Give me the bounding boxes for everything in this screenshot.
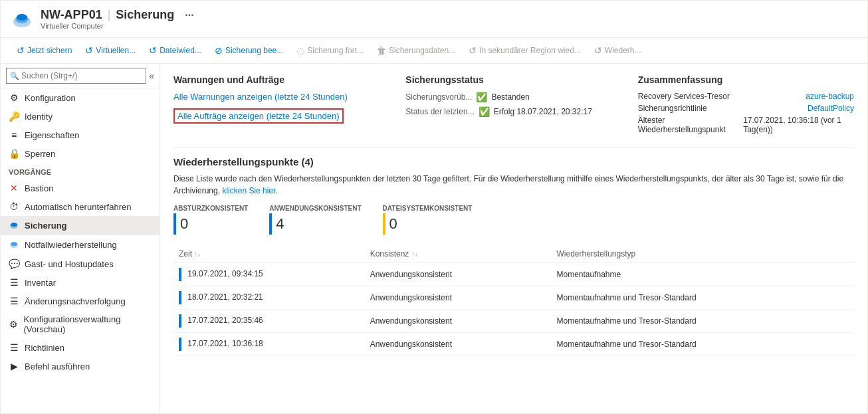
- sort-icon-zeit[interactable]: ↑↓: [194, 251, 201, 258]
- inventory-icon: ☰: [9, 277, 19, 288]
- cloud-recovery-icon: [9, 239, 19, 251]
- sidebar: 🔍 « ⚙ Konfiguration 🔑 Identity ≡ Eigensc…: [1, 64, 160, 413]
- config-mgmt-icon: ⚙: [9, 319, 19, 330]
- counter-label-1: ANWENDUNGSKONSISTENT: [269, 205, 361, 212]
- sidebar-item-label: Sperren: [25, 149, 55, 159]
- sidebar-item-identity[interactable]: 🔑 Identity: [1, 107, 160, 126]
- status-label-1: Sicherungsvorüb...: [405, 92, 472, 102]
- rp-description: Diese Liste wurde nach den Wiederherstel…: [173, 173, 854, 197]
- gear-icon: ⚙: [9, 92, 19, 103]
- sekundaer-region-button[interactable]: ↺ In sekundärer Region wied...: [463, 42, 586, 59]
- status-value-2: Erfolg 18.07.2021, 20:32:17: [494, 107, 592, 116]
- sicherung-fort-label: Sicherung fort...: [307, 46, 364, 55]
- virtuellen-label: Virtuellen...: [96, 46, 136, 55]
- table-row[interactable]: 19.07.2021, 09:34:15 Anwendungskonsisten…: [173, 263, 854, 286]
- sidebar-item-auto-herunterfahren[interactable]: ⏱ Automatisch herunterfahren: [1, 197, 160, 216]
- summary-row-1: Recovery Services-Tresor azure-backup: [638, 92, 854, 101]
- sicherungsdaten-label: Sicherungsdaten...: [389, 46, 455, 55]
- timer-icon: ⏱: [9, 201, 19, 212]
- sidebar-item-label: Konfiguration: [25, 93, 76, 103]
- row-zeit-2: 17.07.2021, 20:35:46: [187, 316, 263, 325]
- counter-val-2: 0: [389, 215, 397, 233]
- wiederh-icon: ↺: [594, 45, 602, 56]
- jetzt-sichern-button[interactable]: ↺ Jetzt sichern: [11, 42, 77, 59]
- backup-status-section: Sicherungsstatus Sicherungsvorüb... ✅ Be…: [405, 74, 621, 134]
- policy-icon: ☰: [9, 342, 19, 353]
- rp-table-body: 19.07.2021, 09:34:15 Anwendungskonsisten…: [173, 263, 854, 356]
- status-row-1: Sicherungsvorüb... ✅ Bestanden: [405, 92, 621, 102]
- sidebar-item-befehl-ausfuehren[interactable]: ▶ Befehl ausführen: [1, 357, 160, 375]
- summary-section: Zusammenfassung Recovery Services-Tresor…: [638, 74, 854, 134]
- wiederh-button[interactable]: ↺ Wiederh...: [589, 42, 647, 59]
- header-title-group: NW-APP01 | Sicherung ··· Virtueller Comp…: [41, 8, 194, 30]
- header-more-btn[interactable]: ···: [185, 9, 193, 21]
- table-row[interactable]: 17.07.2021, 10:36:18 Anwendungskonsisten…: [173, 333, 854, 356]
- sicherung-bee-label: Sicherung bee...: [225, 46, 283, 55]
- header-title: NW-APP01 | Sicherung ···: [41, 8, 194, 22]
- status-row-2: Status der letzten... ✅ Erfolg 18.07.202…: [405, 106, 621, 117]
- sidebar-item-label: Notfallwiederherstellung: [25, 240, 117, 250]
- default-policy-link[interactable]: DefaultPolicy: [808, 104, 854, 113]
- page-name: Sicherung: [116, 8, 174, 22]
- counter-bar-0: [173, 213, 176, 235]
- sidebar-item-richtlinien[interactable]: ☰ Richtlinien: [1, 338, 160, 357]
- summary-label-2: Sicherungsrichtlinie: [638, 104, 707, 113]
- virtuellen-icon: ↺: [85, 45, 93, 56]
- counter-value-row-0: 0: [173, 213, 248, 235]
- sidebar-item-label: Gast- und Hostupdates: [25, 259, 114, 269]
- virtuellen-button[interactable]: ↺ Virtuellen...: [80, 42, 141, 59]
- key-icon: 🔑: [9, 111, 19, 122]
- sicherung-fort-button[interactable]: ◌ Sicherung fort...: [291, 42, 369, 59]
- azure-backup-link[interactable]: azure-backup: [806, 92, 854, 101]
- chat-icon: 💬: [9, 259, 19, 269]
- table-header-row: Zeit ↑↓ Konsistenz ↑↓ Wiederherstellungs…: [173, 245, 854, 263]
- sidebar-item-label: Sicherung: [25, 221, 67, 231]
- status-label-2: Status der letzten...: [405, 107, 474, 116]
- bastion-icon: ✕: [9, 183, 19, 193]
- sidebar-item-konfiguration[interactable]: ⚙ Konfiguration: [1, 88, 160, 107]
- sort-icon-konsistenz[interactable]: ↑↓: [411, 251, 418, 258]
- row-indicator-0: [179, 268, 181, 281]
- alle-auftraege-link[interactable]: Alle Aufträge anzeigen (letzte 24 Stunde…: [177, 111, 340, 121]
- summary-value-3: 17.07.2021, 10:36:18 (vor 1 Tag(en)): [743, 116, 854, 134]
- td-typ-3: Momentaufnahme und Tresor-Standard: [551, 333, 854, 356]
- table-row[interactable]: 18.07.2021, 20:32:21 Anwendungskonsisten…: [173, 286, 854, 310]
- table-row[interactable]: 17.07.2021, 20:35:46 Anwendungskonsisten…: [173, 310, 854, 333]
- sidebar-item-label: Änderungsnachverfolgung: [25, 296, 126, 306]
- sicherungsdaten-button[interactable]: 🗑 Sicherungsdaten...: [372, 42, 461, 59]
- sidebar-item-gast-hostupdates[interactable]: 💬 Gast- und Hostupdates: [1, 255, 160, 273]
- sidebar-item-inventar[interactable]: ☰ Inventar: [1, 273, 160, 292]
- row-zeit-3: 17.07.2021, 10:36:18: [187, 339, 263, 348]
- sidebar-collapse-button[interactable]: «: [149, 70, 154, 81]
- th-zeit: Zeit ↑↓: [173, 245, 365, 263]
- dateiwied-button[interactable]: ↺ Dateiwied...: [144, 42, 207, 59]
- sidebar-item-bastion[interactable]: ✕ Bastion: [1, 179, 160, 197]
- td-konsistenz-2: Anwendungskonsistent: [365, 310, 552, 333]
- sidebar-item-aenderungsnachverfolgung[interactable]: ☰ Änderungsnachverfolgung: [1, 292, 160, 310]
- counter-value-row-2: 0: [383, 213, 473, 235]
- check-icon-2: ✅: [479, 106, 490, 117]
- run-command-icon: ▶: [9, 361, 19, 371]
- alle-warnungen-link[interactable]: Alle Warnungen anzeigen (letzte 24 Stund…: [173, 92, 348, 102]
- sekundaer-region-icon: ↺: [469, 45, 477, 56]
- sicherung-bee-button[interactable]: ⊘ Sicherung bee...: [209, 42, 288, 59]
- check-icon-1: ✅: [476, 92, 487, 102]
- sidebar-item-sicherung[interactable]: Sicherung: [1, 216, 160, 235]
- vm-name: NW-APP01: [41, 8, 102, 22]
- sidebar-item-eigenschaften[interactable]: ≡ Eigenschaften: [1, 126, 160, 144]
- rp-link[interactable]: klicken Sie hier.: [222, 186, 277, 195]
- sidebar-item-notfallwiederherstellung[interactable]: Notfallwiederherstellung: [1, 235, 160, 255]
- list-icon: ≡: [9, 130, 19, 140]
- counter-val-0: 0: [180, 215, 188, 233]
- sidebar-item-sperren[interactable]: 🔒 Sperren: [1, 144, 160, 163]
- search-input[interactable]: [6, 68, 146, 84]
- th-konsistenz: Konsistenz ↑↓: [365, 245, 552, 263]
- th-konsistenz-label: Konsistenz: [370, 249, 409, 259]
- sidebar-item-konfigurationsverwaltung[interactable]: ⚙ Konfigurationsverwaltung (Vorschau): [1, 310, 160, 338]
- td-zeit-3: 17.07.2021, 10:36:18: [173, 333, 365, 356]
- header-subtitle: Virtueller Computer: [41, 22, 194, 30]
- sidebar-item-label: Konfigurationsverwaltung (Vorschau): [24, 314, 152, 334]
- change-tracking-icon: ☰: [9, 296, 19, 306]
- counters-row: ABSTURZKONSISTENT 0 ANWENDUNGSKONSISTENT…: [173, 205, 854, 235]
- sidebar-item-label: Inventar: [25, 278, 56, 288]
